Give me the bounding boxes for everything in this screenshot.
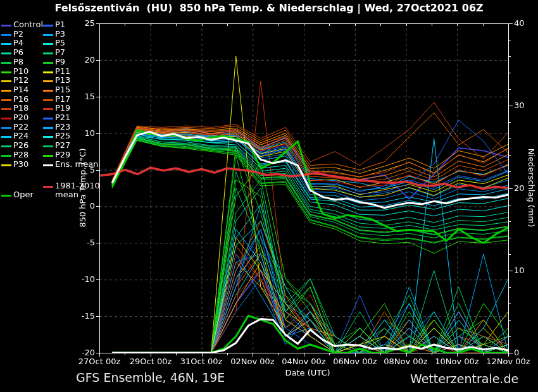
legend-label: P3 — [55, 30, 65, 39]
legend-label: Oper — [13, 190, 34, 199]
x-tick: 29Oct 00z — [124, 357, 177, 366]
x-tick: 31Oct 00z — [175, 357, 228, 366]
left-tick: 25 — [63, 18, 95, 28]
legend-label: P30 — [13, 160, 28, 169]
legend-label: P16 — [13, 95, 28, 104]
y-axis-right-label: Niederschlag (mm) — [525, 118, 536, 257]
legend-swatch — [1, 108, 11, 110]
right-tick: 10 — [514, 266, 538, 275]
legend-swatch — [43, 155, 53, 157]
x-tick: 10Nov 00z — [430, 357, 484, 366]
model-info-text: GFS Ensemble, 46N, 19E — [76, 371, 225, 384]
legend-swatch — [43, 80, 53, 82]
legend-label: P12 — [13, 76, 28, 85]
legend-swatch — [1, 195, 11, 197]
legend-swatch — [43, 136, 53, 138]
legend-swatch — [43, 127, 53, 129]
legend-label: P11 — [55, 67, 70, 76]
legend-swatch — [1, 127, 11, 129]
legend-label: P24 — [13, 132, 28, 140]
left-tick: -10 — [63, 274, 95, 284]
y-axis-left-label: 850 hPa Temp. (°C) — [78, 118, 89, 257]
meteogram-page: Felsőszentiván (HU) 850 hPa Temp. & Nied… — [0, 0, 538, 392]
legend-label: P21 — [55, 113, 70, 122]
legend-swatch — [1, 52, 11, 54]
legend-label: P20 — [13, 113, 28, 122]
legend-label: Control — [13, 20, 43, 29]
legend-swatch — [43, 118, 53, 119]
legend-label: P14 — [13, 85, 28, 94]
legend-swatch — [43, 34, 53, 36]
legend-label: P13 — [55, 76, 70, 85]
x-tick: 02Nov 00z — [226, 357, 279, 366]
legend-swatch — [1, 62, 11, 64]
legend-label: P19 — [55, 104, 70, 113]
x-tick: 04Nov 00z — [277, 357, 330, 366]
right-tick: 0 — [514, 348, 538, 357]
left-tick: 15 — [63, 92, 95, 101]
x-tick: 08Nov 00z — [379, 357, 432, 366]
legend-swatch — [1, 80, 11, 82]
legend-label: P4 — [13, 39, 23, 47]
left-tick: 20 — [63, 55, 95, 64]
left-tick: -15 — [63, 311, 95, 321]
legend-swatch — [1, 99, 11, 101]
legend-swatch — [43, 62, 53, 64]
legend-label: P2 — [13, 30, 23, 39]
legend-swatch — [43, 25, 53, 27]
legend-swatch — [1, 71, 11, 73]
legend-label: P5 — [55, 39, 65, 47]
legend-swatch — [1, 118, 11, 119]
legend-swatch — [43, 99, 53, 101]
legend-label: P22 — [13, 123, 28, 132]
x-tick: 27Oct 00z — [73, 357, 126, 366]
legend-swatch — [43, 90, 53, 92]
legend-swatch — [1, 34, 11, 36]
right-tick: 30 — [514, 101, 538, 110]
legend-swatch — [1, 25, 11, 27]
legend-label: P27 — [55, 141, 70, 150]
legend-swatch — [1, 145, 11, 147]
x-axis-label: Date (UTC) — [251, 368, 365, 377]
legend-label: P18 — [13, 104, 28, 113]
legend-label: P8 — [13, 58, 23, 66]
x-tick: 12Nov 00z — [482, 357, 535, 366]
legend-label: P29 — [55, 150, 70, 159]
legend-swatch — [1, 90, 11, 92]
legend-label: P10 — [13, 67, 28, 76]
legend-swatch — [43, 145, 53, 147]
legend-swatch — [43, 186, 53, 188]
legend-swatch — [1, 155, 11, 157]
watermark-text: Wetterzentrale.de — [410, 372, 518, 386]
right-tick: 40 — [514, 18, 538, 28]
legend-label: P26 — [13, 141, 28, 150]
legend-label: P6 — [13, 48, 23, 57]
legend-swatch — [43, 52, 53, 54]
legend-swatch — [1, 43, 11, 45]
left-tick: -20 — [63, 348, 95, 357]
legend-label: P28 — [13, 150, 28, 159]
x-tick: 06Nov 00z — [328, 357, 382, 366]
legend-swatch — [43, 164, 53, 166]
legend-swatch — [43, 108, 53, 110]
legend-swatch — [43, 71, 53, 73]
legend-swatch — [1, 164, 11, 166]
legend-swatch — [1, 136, 11, 138]
legend-swatch — [43, 43, 53, 45]
